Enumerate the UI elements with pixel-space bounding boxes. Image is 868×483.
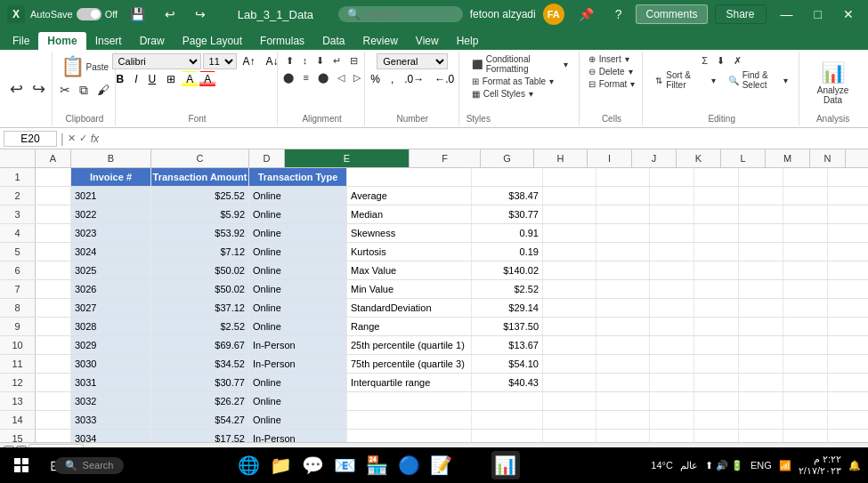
align-top-btn[interactable]: ⬆ bbox=[282, 53, 297, 68]
chrome-icon[interactable]: 🔵 bbox=[395, 451, 424, 479]
increase-decimal-btn[interactable]: .0→ bbox=[400, 71, 428, 87]
col-header-b[interactable]: B bbox=[71, 149, 151, 167]
cell-d9[interactable]: Online bbox=[249, 318, 347, 335]
comments-button[interactable]: Comments bbox=[636, 4, 707, 24]
cell-f12[interactable]: $40.43 bbox=[472, 374, 543, 391]
clash-icon[interactable]: ⚔ bbox=[459, 451, 488, 479]
cell-a4[interactable] bbox=[36, 224, 71, 242]
cell-f8[interactable]: $29.14 bbox=[472, 299, 543, 317]
cell-d8[interactable]: Online bbox=[249, 299, 347, 317]
cell-h9[interactable] bbox=[596, 318, 650, 335]
cell-h5[interactable] bbox=[596, 243, 650, 261]
col-header-h[interactable]: H bbox=[534, 149, 588, 167]
row-number-3[interactable]: 3 bbox=[0, 205, 36, 223]
tab-formulas[interactable]: Formulas bbox=[251, 32, 313, 50]
col-header-i[interactable]: I bbox=[588, 149, 632, 167]
cell-l10[interactable] bbox=[783, 336, 828, 354]
cell-l4[interactable] bbox=[783, 224, 828, 242]
cell-i3[interactable] bbox=[650, 205, 694, 223]
cell-m1[interactable] bbox=[828, 168, 868, 186]
cell-b4[interactable]: 3023 bbox=[71, 224, 151, 242]
cell-j10[interactable] bbox=[694, 336, 739, 354]
cell-g2[interactable] bbox=[543, 187, 596, 205]
cell-g9[interactable] bbox=[543, 318, 596, 335]
align-middle-btn[interactable]: ↕ bbox=[299, 53, 312, 68]
cell-d6[interactable]: Online bbox=[249, 262, 347, 279]
cell-f6[interactable]: $140.02 bbox=[472, 262, 543, 279]
font-name-select[interactable]: Calibri bbox=[112, 53, 201, 69]
cell-h1[interactable] bbox=[596, 168, 650, 186]
cell-j9[interactable] bbox=[694, 318, 739, 335]
cell-m14[interactable] bbox=[828, 411, 868, 429]
cell-a12[interactable] bbox=[36, 374, 71, 391]
cell-m9[interactable] bbox=[828, 318, 868, 335]
col-header-l[interactable]: L bbox=[721, 149, 766, 167]
cell-h14[interactable] bbox=[596, 411, 650, 429]
clear-button[interactable]: ✗ bbox=[730, 53, 745, 68]
cell-m7[interactable] bbox=[828, 280, 868, 298]
cell-h15[interactable] bbox=[596, 430, 650, 442]
cell-a1[interactable] bbox=[36, 168, 71, 186]
row-number-6[interactable]: 6 bbox=[0, 262, 36, 279]
cell-i2[interactable] bbox=[650, 187, 694, 205]
outlook-icon[interactable]: 📧 bbox=[331, 451, 360, 479]
cell-m13[interactable] bbox=[828, 392, 868, 410]
cell-b10[interactable]: 3029 bbox=[71, 336, 151, 354]
autosum-button[interactable]: Σ bbox=[698, 53, 711, 68]
cell-f15[interactable] bbox=[472, 430, 543, 442]
underline-button[interactable]: U bbox=[144, 71, 161, 87]
cell-e12[interactable]: Interquartile range bbox=[347, 374, 472, 391]
cell-i8[interactable] bbox=[650, 299, 694, 317]
cell-c8[interactable]: $37.12 bbox=[151, 299, 249, 317]
cell-g15[interactable] bbox=[543, 430, 596, 442]
cell-c11[interactable]: $34.52 bbox=[151, 355, 249, 373]
cell-j11[interactable] bbox=[694, 355, 739, 373]
cell-h8[interactable] bbox=[596, 299, 650, 317]
align-right-btn[interactable]: ⬤ bbox=[314, 70, 332, 85]
tab-data[interactable]: Data bbox=[313, 32, 353, 50]
edge-icon[interactable]: 🌐 bbox=[235, 451, 264, 479]
col-header-a[interactable]: A bbox=[36, 149, 71, 167]
start-button[interactable] bbox=[7, 451, 36, 479]
row-number-8[interactable]: 8 bbox=[0, 299, 36, 317]
cell-d5[interactable]: Online bbox=[249, 243, 347, 261]
cell-g12[interactable] bbox=[543, 374, 596, 391]
cell-k9[interactable] bbox=[739, 318, 783, 335]
cell-i1[interactable] bbox=[650, 168, 694, 186]
explorer-icon[interactable]: 📁 bbox=[267, 451, 296, 479]
cell-k1[interactable] bbox=[739, 168, 783, 186]
cell-a8[interactable] bbox=[36, 299, 71, 317]
cell-f4[interactable]: 0.91 bbox=[472, 224, 543, 242]
cell-d7[interactable]: Online bbox=[249, 280, 347, 298]
cell-m8[interactable] bbox=[828, 299, 868, 317]
undo-button[interactable]: ↩ bbox=[158, 5, 183, 23]
cell-d3[interactable]: Online bbox=[249, 205, 347, 223]
cell-l6[interactable] bbox=[783, 262, 828, 279]
excel-taskbar-icon[interactable]: 📊 bbox=[491, 451, 520, 479]
tab-file[interactable]: File bbox=[4, 32, 38, 50]
tab-home[interactable]: Home bbox=[38, 32, 85, 50]
cell-h7[interactable] bbox=[596, 280, 650, 298]
cell-c2[interactable]: $25.52 bbox=[151, 187, 249, 205]
cell-i12[interactable] bbox=[650, 374, 694, 391]
cell-m10[interactable] bbox=[828, 336, 868, 354]
row-number-1[interactable]: 1 bbox=[0, 168, 36, 186]
cell-k2[interactable] bbox=[739, 187, 783, 205]
wrap-text-btn[interactable]: ↵ bbox=[329, 53, 345, 68]
row-number-15[interactable]: 15 bbox=[0, 430, 36, 442]
store-icon[interactable]: 🏪 bbox=[363, 451, 392, 479]
cut-button[interactable]: ✂ bbox=[56, 81, 74, 100]
cell-b12[interactable]: 3031 bbox=[71, 374, 151, 391]
cell-b2[interactable]: 3021 bbox=[71, 187, 151, 205]
expand-formula-btn[interactable]: ✕ bbox=[68, 133, 76, 144]
cell-d10[interactable]: In-Person bbox=[249, 336, 347, 354]
cell-a3[interactable] bbox=[36, 205, 71, 223]
cell-k8[interactable] bbox=[739, 299, 783, 317]
fill-color-button[interactable]: A bbox=[182, 71, 198, 87]
cell-j12[interactable] bbox=[694, 374, 739, 391]
cell-a10[interactable] bbox=[36, 336, 71, 354]
cell-i4[interactable] bbox=[650, 224, 694, 242]
cell-i6[interactable] bbox=[650, 262, 694, 279]
cell-a9[interactable] bbox=[36, 318, 71, 335]
cell-a6[interactable] bbox=[36, 262, 71, 279]
